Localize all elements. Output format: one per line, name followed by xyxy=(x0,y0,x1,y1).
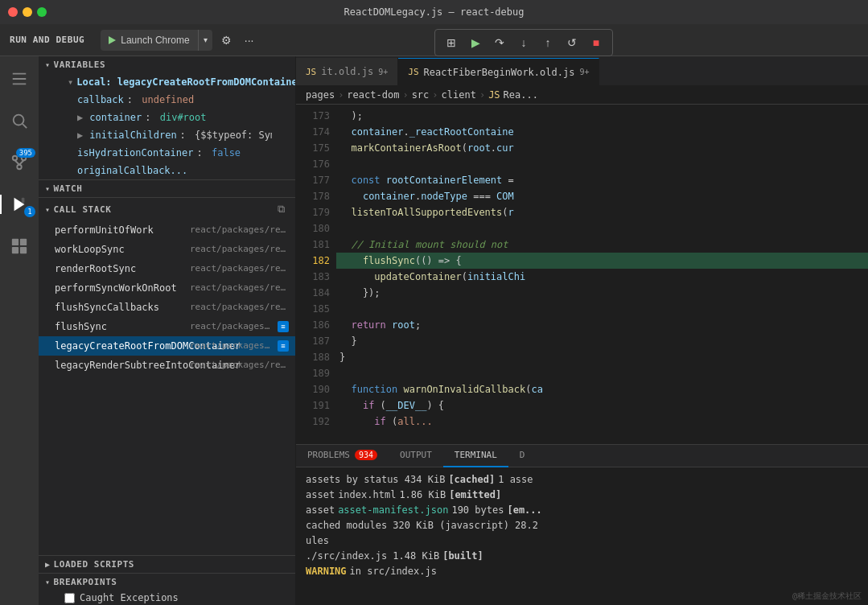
code-line: markContainerAsRoot(root.cur xyxy=(336,140,868,156)
terminal-line: ules xyxy=(306,533,858,549)
stack-item[interactable]: renderRootSync react/packages/react-reco… xyxy=(39,259,295,278)
caught-exceptions-item[interactable]: Caught Exceptions xyxy=(39,591,295,605)
code-line: return root; xyxy=(336,317,868,333)
stack-item[interactable]: performUnitOfWork react/packages/react-r… xyxy=(39,220,295,240)
breadcrumb-file[interactable]: Rea... xyxy=(504,89,538,101)
watch-label: WATCH xyxy=(54,183,83,194)
minimize-dot[interactable] xyxy=(23,7,32,17)
code-editor: 173 174 175 176 177 178 179 180 181 182 … xyxy=(296,105,868,444)
breadcrumb-js-icon: JS xyxy=(488,89,500,101)
local-scope-item[interactable]: ▾ Local: legacyCreateRootFromDOMContaine… xyxy=(39,73,295,91)
launch-button[interactable]: Launch Chrome xyxy=(101,30,198,51)
code-line: listenToAllSupportedEvents(r xyxy=(336,204,868,220)
svg-rect-10 xyxy=(20,239,27,245)
tab-it-old[interactable]: JS it.old.js 9+ xyxy=(296,58,398,85)
stack-item[interactable]: flushSyncCallbacks react/packages/react-… xyxy=(39,298,295,317)
activity-source-control[interactable]: 395 xyxy=(0,143,39,182)
copy-call-stack-button[interactable]: ⧉ xyxy=(273,201,289,217)
stack-item[interactable]: flushSync react/packages/react-reconcile… xyxy=(39,317,295,336)
continue-button[interactable]: ▶ xyxy=(464,31,487,54)
tab-it-badge: 9+ xyxy=(378,68,388,76)
grid-debug-button[interactable]: ⊞ xyxy=(440,31,463,54)
breakpoints-label: BREAKPOINTS xyxy=(54,577,117,587)
close-dot[interactable] xyxy=(8,7,18,17)
gear-icon-button[interactable]: ⚙ xyxy=(216,29,238,51)
breadcrumb-client[interactable]: client xyxy=(442,89,476,101)
tabs-bar: JS it.old.js 9+ JS ReactFiberBeginWork.o… xyxy=(296,56,868,85)
tab-problems[interactable]: PROBLEMS 934 xyxy=(296,445,389,467)
debug-badge: 1 xyxy=(24,206,35,217)
launch-dropdown-button[interactable]: ▾ xyxy=(199,30,212,51)
call-stack-list: performUnitOfWork react/packages/react-r… xyxy=(39,220,295,555)
maximize-dot[interactable] xyxy=(37,7,47,17)
debug-panel: ▾ VARIABLES ▾ Local: legacyCreateRootFro… xyxy=(39,56,296,605)
problems-label: PROBLEMS xyxy=(307,450,350,460)
bottom-tabs: PROBLEMS 934 OUTPUT TERMINAL D xyxy=(296,445,868,467)
loaded-scripts-header[interactable]: ▶ LOADED SCRIPTS xyxy=(39,556,295,573)
breadcrumb-src[interactable]: src xyxy=(412,89,430,101)
problems-badge: 934 xyxy=(355,450,377,460)
activity-search[interactable] xyxy=(0,101,39,140)
caught-exceptions-checkbox[interactable] xyxy=(64,593,75,603)
breadcrumb-reactdom[interactable]: react-dom xyxy=(347,89,399,101)
tab-terminal[interactable]: TERMINAL xyxy=(443,445,508,467)
step-into-button[interactable]: ↓ xyxy=(512,31,535,54)
ellipsis-button[interactable]: ··· xyxy=(238,29,261,51)
run-debug-label: RUN AND DEBUG xyxy=(0,35,94,45)
activity-extensions[interactable] xyxy=(0,227,39,265)
var-ishydration[interactable]: isHydrationContainer : false xyxy=(39,144,295,162)
variables-section-header[interactable]: ▾ VARIABLES xyxy=(39,56,295,73)
activity-explorer[interactable] xyxy=(0,60,39,98)
code-line: if (__DEV__) { xyxy=(336,397,868,414)
code-line xyxy=(336,301,868,317)
breakpoints-header[interactable]: ▾ BREAKPOINTS xyxy=(39,574,295,591)
svg-point-2 xyxy=(13,156,18,161)
step-over-button[interactable]: ↷ xyxy=(488,31,511,54)
call-stack-header-left: ▾ CALL STACK xyxy=(45,204,111,215)
var-container[interactable]: ▶ container : div#root xyxy=(39,109,295,126)
code-line: container.nodeType === COM xyxy=(336,188,868,204)
code-line: const rootContainerElement = xyxy=(336,172,868,188)
stack-scroll-icon[interactable]: ≡ xyxy=(278,321,289,332)
terminal-line: asset asset-manifest.json 190 bytes [em.… xyxy=(306,503,858,518)
call-stack-header[interactable]: ▾ CALL STACK ⧉ xyxy=(39,198,295,220)
container-expand: ▶ xyxy=(77,109,83,126)
var-callback[interactable]: callback : undefined xyxy=(39,91,295,109)
breadcrumb-pages[interactable]: pages xyxy=(306,89,335,101)
scope-expand: ▾ xyxy=(68,74,73,90)
tab-output[interactable]: OUTPUT xyxy=(389,445,443,467)
main-layout: 395 1 ▾ VARIABLES ▾ Local: legacyCreateR… xyxy=(0,56,868,605)
watch-section: ▾ WATCH xyxy=(39,179,295,197)
window-controls[interactable] xyxy=(8,7,47,17)
activity-run-debug[interactable]: 1 xyxy=(0,185,39,224)
code-line: } xyxy=(336,349,868,365)
breakpoints-section: ▾ BREAKPOINTS Caught Exceptions xyxy=(39,573,295,605)
variables-chevron: ▾ xyxy=(45,60,51,69)
step-out-button[interactable]: ↑ xyxy=(537,31,559,54)
call-stack-section: ▾ CALL STACK ⧉ performUnitOfWork react/p… xyxy=(39,197,295,605)
terminal-line: asset index.html 1.86 KiB [emitted] xyxy=(306,488,858,503)
terminal-label: TERMINAL xyxy=(455,450,497,460)
stack-item[interactable]: workLoopSync react/packages/react-reconc… xyxy=(39,240,295,259)
svg-rect-11 xyxy=(12,247,19,253)
restart-button[interactable]: ↺ xyxy=(561,31,583,54)
stack-scroll-icon2[interactable]: ≡ xyxy=(278,340,289,352)
tab-debug-console[interactable]: D xyxy=(508,445,537,467)
var-originalcallback[interactable]: originalCallback... xyxy=(39,162,295,179)
play-icon xyxy=(109,36,116,44)
stack-item[interactable]: performSyncWorkOnRoot react/packages/rea… xyxy=(39,278,295,298)
svg-rect-8 xyxy=(22,198,25,203)
tab-js-icon: JS xyxy=(306,67,316,77)
variables-tree: ▾ Local: legacyCreateRootFromDOMContaine… xyxy=(39,73,295,179)
tab-reactfiber[interactable]: JS ReactFiberBeginWork.old.js 9+ xyxy=(398,58,599,85)
tab-reactfiber-label: ReactFiberBeginWork.old.js xyxy=(424,67,575,78)
svg-line-1 xyxy=(23,124,27,128)
stack-item-selected[interactable]: legacyCreateRootFromDOMContainer react/p… xyxy=(39,336,295,356)
stop-button[interactable]: ■ xyxy=(585,31,607,54)
output-label: OUTPUT xyxy=(400,450,432,460)
watch-section-header[interactable]: ▾ WATCH xyxy=(39,180,295,197)
stack-item[interactable]: legacyRenderSubtreeIntoContainer react/p… xyxy=(39,356,295,375)
activity-bar: 395 1 xyxy=(0,56,39,605)
var-initialchildren[interactable]: ▶ initialChildren : {$$typeof: Symbol(re… xyxy=(39,126,272,144)
svg-point-0 xyxy=(14,115,24,126)
